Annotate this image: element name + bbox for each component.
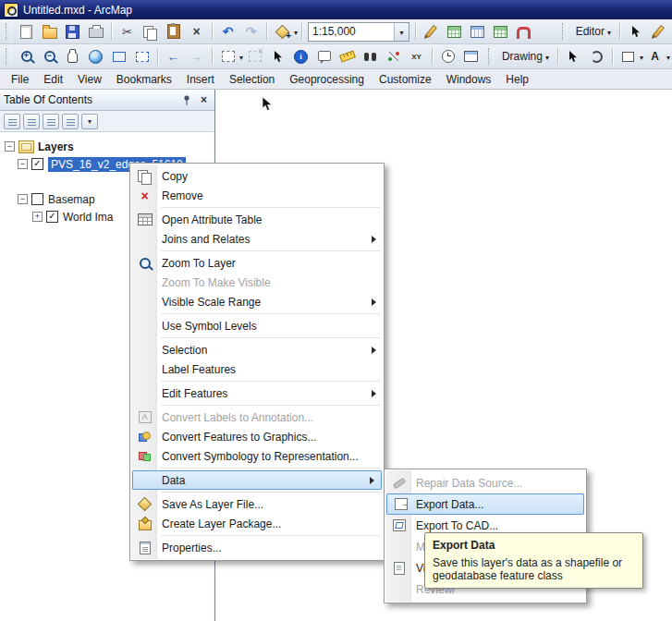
map-scale-value[interactable]: 1:15,000 [309,25,394,38]
menu-view[interactable]: View [70,70,109,89]
menu-insert[interactable]: Insert [179,70,222,89]
menu-file[interactable]: File [4,70,36,89]
submenu-item-export-data[interactable]: Export Data... [386,493,584,515]
measure-icon[interactable] [336,46,358,67]
menu-item-label-features[interactable]: Label Features [130,359,384,379]
shape-tool-icon[interactable] [617,46,639,67]
menu-item-zoom-to-make-visible[interactable]: Zoom To Make Visible [130,273,384,292]
world-imagery-expander-icon[interactable] [32,212,43,222]
pin-icon[interactable] [179,93,193,107]
zoom-out-icon[interactable] [39,46,60,67]
menu-item-open-attribute-table[interactable]: Open Attribute Table [130,210,384,229]
fixed-zoom-in-icon[interactable] [108,46,129,67]
delete-icon[interactable] [186,21,207,42]
zoom-in-icon[interactable] [16,46,37,67]
menu-item-zoom-to-layer[interactable]: Zoom To Layer [130,253,384,273]
find-route-icon[interactable] [383,46,404,67]
layer-expander-icon[interactable] [18,159,28,169]
paste-icon[interactable] [163,21,184,42]
menu-customize[interactable]: Customize [372,70,439,89]
list-by-selection-icon[interactable] [62,114,79,129]
menu-item-save-as-layer-file[interactable]: Save As Layer File... [130,494,384,514]
menu-item-use-symbol-levels[interactable]: Use Symbol Levels [130,316,384,335]
menu-item-convert-labels-to-annotation[interactable]: Convert Labels to Annotation... [130,408,384,427]
shape-tool-caret-icon[interactable] [640,50,643,63]
layer-visibility-checkbox[interactable] [31,158,43,170]
pan-icon[interactable] [62,46,83,67]
clear-selection-icon[interactable] [244,46,265,67]
time-slider-icon[interactable] [437,46,458,67]
find-icon[interactable] [360,46,381,67]
basemap-visibility-checkbox[interactable] [31,193,43,205]
basemap-label[interactable]: Basemap [48,193,95,206]
add-data-caret-icon[interactable] [294,25,298,38]
attributes-table-icon[interactable] [444,21,465,42]
drawing-dropdown[interactable]: Drawing [497,48,554,65]
back-extent-icon[interactable] [163,46,184,67]
add-data-button[interactable]: + [272,21,293,42]
menu-item-visible-scale-range[interactable]: Visible Scale Range [130,292,384,311]
toolbar-grip[interactable] [488,48,494,65]
tree-row-layers[interactable]: Layers [0,138,214,155]
edit-sketch-icon[interactable] [421,21,442,42]
toolbar-grip[interactable] [562,23,568,40]
menu-item-create-layer-package[interactable]: Create Layer Package... [130,514,384,533]
sketch-pencil-icon[interactable] [648,21,669,42]
menu-item-copy[interactable]: Copy [130,166,384,186]
menu-item-remove[interactable]: Remove [130,186,384,205]
menu-item-properties[interactable]: Properties... [130,538,384,557]
cut-icon[interactable] [116,21,138,42]
html-popup-icon[interactable] [313,46,335,67]
fixed-zoom-out-icon[interactable] [131,46,153,67]
menu-windows[interactable]: Windows [439,70,499,89]
select-elements-tool-icon[interactable] [563,46,584,67]
open-table-icon[interactable] [467,21,488,42]
layers-expander-icon[interactable] [5,141,15,152]
submenu-item-repair-data-source[interactable]: Repair Data Source... [385,472,586,493]
new-document-icon[interactable] [16,21,37,42]
map-scale-dropdown-button[interactable] [394,23,409,41]
save-icon[interactable] [62,21,83,42]
toolbar-grip[interactable] [6,23,11,40]
toc-options-icon[interactable] [81,114,98,129]
menu-help[interactable]: Help [498,70,536,89]
list-by-source-icon[interactable] [23,114,40,129]
snapping-icon[interactable] [513,21,534,42]
rotate-icon[interactable] [586,46,607,67]
edit-tool-icon[interactable] [625,21,646,42]
select-elements-icon[interactable] [267,46,288,67]
forward-extent-icon[interactable] [186,46,207,67]
list-by-visibility-icon[interactable] [43,114,59,129]
menu-item-joins-and-relates[interactable]: Joins and Relates [130,229,384,249]
go-to-xy-icon[interactable] [406,46,427,67]
menu-bookmarks[interactable]: Bookmarks [109,70,179,89]
full-extent-icon[interactable] [85,46,106,67]
redo-icon[interactable] [240,21,262,42]
copy-icon[interactable] [140,21,161,42]
world-imagery-label[interactable]: World Ima [63,211,113,224]
list-by-drawing-order-icon[interactable] [4,114,20,129]
viewer-window-icon[interactable] [460,46,482,67]
menu-item-convert-features-to-graphics[interactable]: Convert Features to Graphics... [130,427,384,446]
undo-icon[interactable] [217,21,238,42]
toolbar-grip[interactable] [6,48,11,65]
menu-item-selection[interactable]: Selection [130,340,384,359]
map-scale-combobox[interactable]: 1:15,000 [308,22,409,42]
select-features-caret-icon[interactable] [239,50,243,63]
select-features-icon[interactable] [217,46,238,67]
menu-item-data[interactable]: Data [132,470,382,490]
world-imagery-visibility-checkbox[interactable] [46,211,58,223]
editor-dropdown[interactable]: Editor [571,23,616,40]
close-icon[interactable] [197,93,211,107]
menu-item-convert-symbology-to-representation[interactable]: Convert Symbology to Representation... [130,446,384,466]
menu-selection[interactable]: Selection [222,70,282,89]
menu-edit[interactable]: Edit [36,70,70,89]
layers-label[interactable]: Layers [38,140,74,153]
identify-icon[interactable] [290,46,312,67]
menu-item-edit-features[interactable]: Edit Features [130,384,384,403]
related-tables-icon[interactable] [490,21,511,42]
menu-geoprocessing[interactable]: Geoprocessing [282,70,372,89]
basemap-expander-icon[interactable] [18,194,28,204]
text-tool-caret-icon[interactable] [666,50,670,63]
open-folder-icon[interactable] [39,21,60,42]
